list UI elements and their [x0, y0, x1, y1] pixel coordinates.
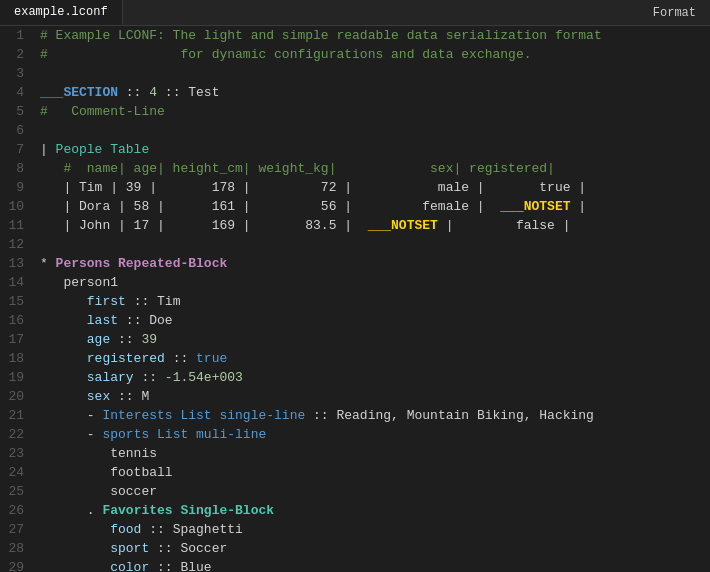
- line-number: 20: [8, 387, 24, 406]
- code-line: first :: Tim: [40, 292, 710, 311]
- code-line: | People Table: [40, 140, 710, 159]
- code-line: registered :: true: [40, 349, 710, 368]
- code-line: ​: [40, 235, 710, 254]
- code-line: ___SECTION :: 4 :: Test: [40, 83, 710, 102]
- line-number: 28: [8, 539, 24, 558]
- line-number: 22: [8, 425, 24, 444]
- tab-label: example.lconf: [14, 5, 108, 19]
- code-area: 1234567891011121314151617181920212223242…: [0, 26, 710, 572]
- code-line: color :: Blue: [40, 558, 710, 572]
- code-line: last :: Doe: [40, 311, 710, 330]
- line-number: 24: [8, 463, 24, 482]
- code-line: | Dora | 58 | 161 | 56 | female | ___NOT…: [40, 197, 710, 216]
- line-number: 19: [8, 368, 24, 387]
- line-number: 25: [8, 482, 24, 501]
- line-number: 11: [8, 216, 24, 235]
- code-line: sport :: Soccer: [40, 539, 710, 558]
- line-number: 12: [8, 235, 24, 254]
- code-line: person1: [40, 273, 710, 292]
- code-line: ​: [40, 121, 710, 140]
- code-line: # for dynamic configurations and data ex…: [40, 45, 710, 64]
- code-line: - Interests List single-line :: Reading,…: [40, 406, 710, 425]
- line-number: 4: [8, 83, 24, 102]
- line-number: 8: [8, 159, 24, 178]
- line-number: 16: [8, 311, 24, 330]
- line-number: 18: [8, 349, 24, 368]
- code-line: # Example LCONF: The light and simple re…: [40, 26, 710, 45]
- code-line: sex :: M: [40, 387, 710, 406]
- line-number: 6: [8, 121, 24, 140]
- line-numbers: 1234567891011121314151617181920212223242…: [0, 26, 32, 572]
- code-line: football: [40, 463, 710, 482]
- code-line: # name| age| height_cm| weight_kg| sex| …: [40, 159, 710, 178]
- line-number: 15: [8, 292, 24, 311]
- line-number: 13: [8, 254, 24, 273]
- code-line: * Persons Repeated-Block: [40, 254, 710, 273]
- line-number: 27: [8, 520, 24, 539]
- code-line: . Favorites Single-Block: [40, 501, 710, 520]
- line-number: 3: [8, 64, 24, 83]
- code-line: - sports List muli-line: [40, 425, 710, 444]
- line-number: 5: [8, 102, 24, 121]
- line-number: 17: [8, 330, 24, 349]
- tab-active[interactable]: example.lconf: [0, 0, 123, 25]
- editor: example.lconf Format 1234567891011121314…: [0, 0, 710, 572]
- line-number: 23: [8, 444, 24, 463]
- line-number: 10: [8, 197, 24, 216]
- line-number: 9: [8, 178, 24, 197]
- code-content: # Example LCONF: The light and simple re…: [32, 26, 710, 572]
- line-number: 21: [8, 406, 24, 425]
- code-line: | John | 17 | 169 | 83.5 | ___NOTSET | f…: [40, 216, 710, 235]
- line-number: 14: [8, 273, 24, 292]
- code-line: ​: [40, 64, 710, 83]
- format-button[interactable]: Format: [639, 0, 710, 25]
- line-number: 29: [8, 558, 24, 572]
- line-number: 26: [8, 501, 24, 520]
- code-line: salary :: -1.54e+003: [40, 368, 710, 387]
- code-line: age :: 39: [40, 330, 710, 349]
- line-number: 2: [8, 45, 24, 64]
- code-line: soccer: [40, 482, 710, 501]
- line-number: 7: [8, 140, 24, 159]
- code-line: # Comment-Line: [40, 102, 710, 121]
- code-line: food :: Spaghetti: [40, 520, 710, 539]
- line-number: 1: [8, 26, 24, 45]
- code-line: tennis: [40, 444, 710, 463]
- code-line: | Tim | 39 | 178 | 72 | male | true |: [40, 178, 710, 197]
- tab-bar: example.lconf Format: [0, 0, 710, 26]
